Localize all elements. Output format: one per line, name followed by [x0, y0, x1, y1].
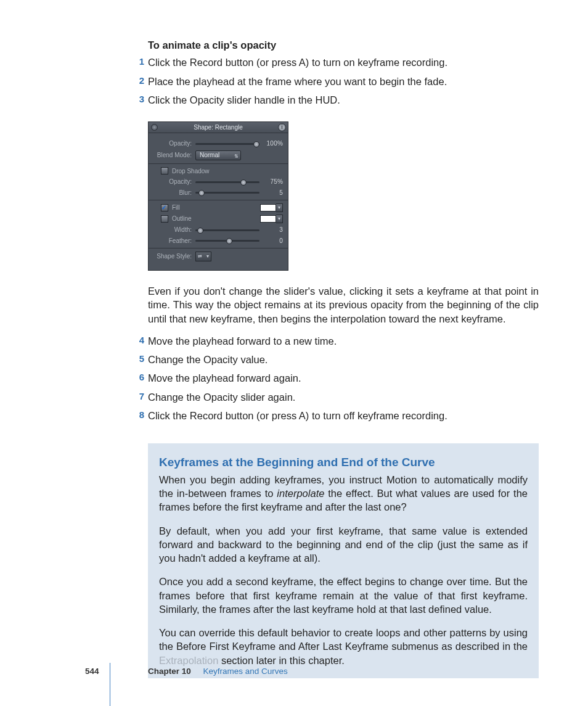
step-number: 7	[134, 390, 144, 403]
two-arrows-icon: ⇄	[198, 253, 202, 260]
opacity2-value: 75%	[259, 178, 283, 186]
footer-rule	[110, 663, 110, 706]
slider-thumb[interactable]	[197, 228, 203, 234]
paragraph: Even if you don't change the slider's va…	[148, 284, 539, 326]
close-icon[interactable]	[151, 124, 158, 131]
slider-thumb[interactable]	[253, 141, 259, 147]
blur-label: Blur:	[153, 189, 195, 197]
step-number: 4	[134, 334, 144, 347]
opacity-label: Opacity:	[153, 139, 195, 148]
step-number: 6	[134, 371, 144, 384]
step-number: 5	[134, 353, 144, 365]
width-slider[interactable]	[195, 227, 259, 233]
feather-label: Feather:	[153, 237, 195, 245]
blend-label: Blend Mode:	[153, 151, 195, 160]
callout-paragraph: You can override this default behavior t…	[159, 626, 528, 667]
outline-checkbox[interactable]	[161, 215, 168, 223]
hud-title: Shape: Rectangle	[194, 124, 243, 131]
opacity-value: 100%	[259, 139, 283, 148]
steps-list-bottom: 4Move the playhead forward to a new time…	[148, 334, 539, 427]
step-text: Move the playhead forward again.	[148, 372, 301, 384]
chevron-down-icon: ▾	[206, 253, 209, 260]
opacity-slider[interactable]	[195, 141, 259, 147]
outline-color-swatch[interactable]	[260, 215, 276, 223]
step-text: Place the playhead at the frame where yo…	[148, 76, 447, 87]
step-number: 2	[134, 75, 144, 87]
hud-panel: Shape: Rectangle i Opacity: 100% Blend M…	[148, 121, 288, 271]
callout-box: Keyframes at the Beginning and End of th…	[148, 443, 539, 678]
slider-thumb[interactable]	[198, 190, 205, 196]
step-text: Move the playhead forward to a new time.	[148, 335, 337, 347]
slider-thumb[interactable]	[226, 238, 232, 244]
blend-mode-select[interactable]: Normal⇅	[195, 150, 241, 160]
steps-list-top: 1Click the Record button (or press A) to…	[148, 55, 539, 112]
step-text: Click the Record button (or press A) to …	[148, 410, 447, 421]
shape-style-well[interactable]: ⇄▾	[195, 252, 211, 261]
width-value: 3	[259, 226, 283, 234]
callout-title: Keyframes at the Beginning and End of th…	[159, 454, 528, 470]
outline-label: Outline	[172, 215, 260, 223]
select-arrow-icon: ⇅	[234, 152, 239, 160]
extrapolation-link[interactable]: Extrapolation	[159, 655, 218, 666]
hud-screenshot: Shape: Rectangle i Opacity: 100% Blend M…	[148, 121, 539, 271]
slider-thumb[interactable]	[240, 179, 247, 186]
task-title: To animate a clip's opacity	[148, 38, 539, 52]
info-icon[interactable]: i	[278, 123, 286, 131]
shape-style-label: Shape Style:	[153, 252, 195, 261]
page-footer: Chapter 10 Keyframes and Curves	[148, 666, 288, 677]
outline-color-arrow-icon[interactable]: ▾	[276, 215, 283, 223]
fill-label: Fill	[172, 203, 260, 212]
step-text: Change the Opacity value.	[148, 354, 267, 365]
blur-value: 5	[259, 189, 283, 197]
feather-slider[interactable]	[195, 237, 259, 244]
step-number: 8	[134, 409, 144, 421]
callout-paragraph: When you begin adding keyframes, you ins…	[159, 473, 528, 514]
fill-checkbox[interactable]	[161, 204, 168, 211]
fill-color-swatch[interactable]	[260, 204, 276, 211]
step-number: 3	[134, 93, 144, 105]
step-text: Click the Record button (or press A) to …	[148, 57, 447, 68]
opacity2-slider[interactable]	[195, 179, 259, 185]
blur-slider[interactable]	[195, 189, 259, 195]
step-number: 1	[134, 55, 144, 68]
feather-value: 0	[259, 237, 283, 245]
callout-paragraph: By default, when you add your first keyf…	[159, 524, 528, 565]
step-text: Click the Opacity slider handle in the H…	[148, 94, 340, 105]
width-label: Width:	[153, 226, 195, 234]
page-number: 544	[85, 666, 99, 677]
drop-shadow-label: Drop Shadow	[172, 167, 210, 176]
drop-shadow-checkbox[interactable]	[161, 167, 168, 174]
hud-titlebar: Shape: Rectangle i	[149, 122, 288, 133]
footer-chapter: Chapter 10	[148, 667, 191, 676]
fill-color-arrow-icon[interactable]: ▾	[276, 203, 283, 212]
footer-chapter-title: Keyframes and Curves	[203, 667, 288, 676]
opacity2-label: Opacity:	[153, 178, 195, 186]
step-text: Change the Opacity slider again.	[148, 392, 295, 403]
callout-paragraph: Once you add a second keyframe, the effe…	[159, 575, 528, 616]
